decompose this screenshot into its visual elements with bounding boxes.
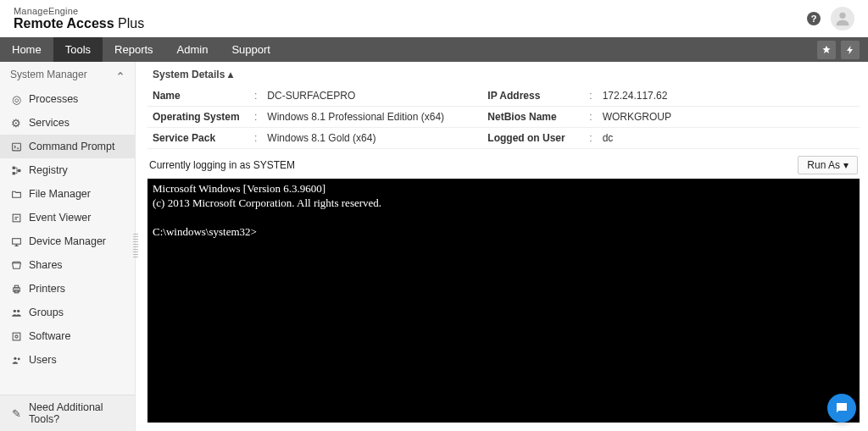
sidebar-item-processes[interactable]: ◎Processes <box>0 87 135 111</box>
main-nav: Home Tools Reports Admin Support <box>0 37 868 62</box>
sidebar-item-printers[interactable]: Printers <box>0 277 135 301</box>
software-icon <box>10 330 22 342</box>
help-icon[interactable]: ? <box>807 12 821 25</box>
svg-rect-2 <box>12 166 14 169</box>
main-panel: System Details ▴ Name:DC-SURFACEPRO IP A… <box>136 62 868 431</box>
rocket-icon[interactable] <box>817 41 836 59</box>
nav-support[interactable]: Support <box>220 37 282 62</box>
sidebar-resize-handle[interactable] <box>133 234 138 259</box>
status-row: Currently logging in as SYSTEM Run As ▾ <box>147 149 860 179</box>
svg-rect-3 <box>12 172 14 174</box>
system-details-table: Name:DC-SURFACEPRO IP Address:172.24.117… <box>147 86 860 149</box>
brand-top: ManageEngine <box>14 6 144 16</box>
svg-point-15 <box>17 357 19 360</box>
system-details-header[interactable]: System Details ▴ <box>147 62 860 86</box>
nav-left: Home Tools Reports Admin Support <box>0 37 282 62</box>
sidebar-item-event-viewer[interactable]: Event Viewer <box>0 206 135 229</box>
sidebar-item-file-manager[interactable]: File Manager <box>0 182 135 206</box>
svg-rect-5 <box>13 214 20 222</box>
sidebar-item-groups[interactable]: Groups <box>0 301 135 324</box>
folder-icon <box>10 188 22 200</box>
caret-down-icon: ▾ <box>843 159 849 171</box>
run-as-button[interactable]: Run As ▾ <box>798 156 858 174</box>
svg-point-13 <box>14 334 17 337</box>
svg-point-14 <box>14 356 16 359</box>
gear-icon: ⚙ <box>10 117 22 129</box>
svg-point-0 <box>839 13 845 19</box>
nav-admin[interactable]: Admin <box>165 37 220 62</box>
sidebar-header[interactable]: System Manager <box>0 62 135 87</box>
groups-icon <box>10 307 22 318</box>
nav-tools[interactable]: Tools <box>53 37 103 62</box>
target-icon: ◎ <box>10 93 22 105</box>
share-icon <box>10 259 22 271</box>
app-header: ManageEngine Remote Access Plus ? <box>0 0 868 37</box>
table-row: Service Pack:Windows 8.1 Gold (x64) Logg… <box>147 128 860 149</box>
device-icon <box>10 235 22 247</box>
svg-rect-12 <box>13 333 20 340</box>
sidebar-item-additional-tools[interactable]: ✎Need Additional Tools? <box>0 395 135 431</box>
sidebar-item-services[interactable]: ⚙Services <box>0 111 135 135</box>
nav-right <box>817 37 868 62</box>
nav-home[interactable]: Home <box>0 37 53 62</box>
users-icon <box>10 354 22 366</box>
avatar[interactable] <box>831 7 854 30</box>
table-row: Operating System:Windows 8.1 Professiona… <box>147 107 860 128</box>
svg-rect-8 <box>14 285 18 288</box>
sidebar-title: System Manager <box>10 69 87 80</box>
body: System Manager ◎Processes ⚙Services Comm… <box>0 62 868 431</box>
nav-reports[interactable]: Reports <box>103 37 165 62</box>
svg-rect-6 <box>12 238 20 244</box>
terminal-icon <box>10 141 22 152</box>
printer-icon <box>10 283 22 295</box>
svg-point-10 <box>13 309 15 312</box>
svg-point-11 <box>17 309 19 312</box>
brand: ManageEngine Remote Access Plus <box>14 6 144 31</box>
event-icon <box>10 212 22 224</box>
sidebar: System Manager ◎Processes ⚙Services Comm… <box>0 62 136 431</box>
sidebar-item-software[interactable]: Software <box>0 324 135 348</box>
wand-icon: ✎ <box>10 407 22 419</box>
header-right: ? <box>807 7 854 30</box>
sidebar-item-shares[interactable]: Shares <box>0 253 135 277</box>
sidebar-item-device-manager[interactable]: Device Manager <box>0 229 135 253</box>
svg-rect-1 <box>12 143 20 151</box>
sidebar-footer: ✎Need Additional Tools? <box>0 395 135 431</box>
sidebar-item-registry[interactable]: Registry <box>0 158 135 182</box>
brand-bottom: Remote Access Plus <box>14 16 144 31</box>
login-status-text: Currently logging in as SYSTEM <box>149 159 295 171</box>
sidebar-list: ◎Processes ⚙Services Command Prompt Regi… <box>0 87 135 395</box>
table-row: Name:DC-SURFACEPRO IP Address:172.24.117… <box>147 86 860 107</box>
registry-icon <box>10 164 22 176</box>
chevron-up-icon <box>116 69 125 80</box>
bolt-icon[interactable] <box>841 41 860 59</box>
sidebar-item-command-prompt[interactable]: Command Prompt <box>0 135 135 158</box>
command-prompt-terminal[interactable]: Microsoft Windows [Version 6.3.9600] (c)… <box>147 179 860 423</box>
svg-rect-4 <box>18 169 20 171</box>
chat-button[interactable] <box>827 394 856 423</box>
caret-up-icon: ▴ <box>228 69 233 80</box>
sidebar-item-users[interactable]: Users <box>0 348 135 372</box>
